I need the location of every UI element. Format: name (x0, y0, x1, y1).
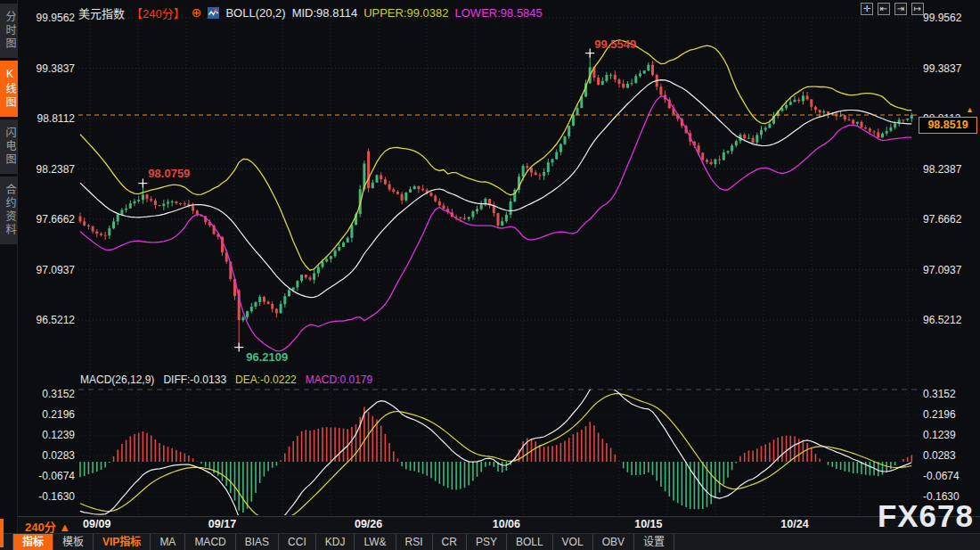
bottom-toolbar: 指标模板VIP指标MAMACDBIASCCIKDJLW&RSICRPSYBOLL… (0, 533, 980, 550)
boll-mid-value: MID:98.8114 (292, 6, 357, 20)
left-edge-grip[interactable] (0, 519, 4, 547)
price-axis-label-left: 98.2387 (23, 163, 75, 176)
chart-canvas[interactable] (0, 0, 980, 550)
macd-axis-label-right: 0.2196 (923, 408, 956, 421)
period-arrow-icon: ▲ (59, 521, 70, 534)
toolbar-item-VOL[interactable]: VOL (553, 534, 593, 550)
macd-axis-label-left: -0.1630 (23, 490, 75, 503)
last-price-tag: 98.8519 (919, 117, 977, 134)
price-axis-label-left: 96.5212 (23, 314, 75, 326)
scroll-right-icon[interactable]: ⇥ (894, 3, 907, 15)
price-axis-label-right: 99.3837 (923, 62, 961, 75)
window-controls: ✛⇤⇥↦ (861, 3, 924, 15)
chart-header: 美元指数 【240分】 ⊕ BOLL(20,2) MID:98.8114 UPP… (78, 4, 543, 21)
macd-header: MACD(26,12,9) DIFF:-0.0133 DEA:-0.0222 M… (80, 374, 372, 386)
toolbar-item-BIAS[interactable]: BIAS (236, 534, 279, 550)
macd-axis-label-left: 0.3152 (23, 388, 75, 400)
sidebar-tab-contract-info[interactable]: 合约资料 (0, 176, 18, 244)
x-axis-date: 09/09 (78, 518, 117, 530)
price-axis-label-right: 97.6662 (923, 213, 961, 226)
toolbar-item-CCI[interactable]: CCI (279, 534, 316, 550)
macd-axis-label-left: 0.1239 (23, 429, 75, 441)
price-axis-label-right: 99.9562 (923, 12, 961, 24)
toolbar-item-MACD[interactable]: MACD (185, 534, 235, 550)
price-axis-label-right: 98.2387 (923, 163, 961, 176)
link-icon[interactable]: ⊕ (192, 7, 202, 19)
crosshair-icon[interactable]: ✛ (861, 3, 873, 15)
macd-axis-label-left: 0.2196 (23, 408, 75, 421)
price-axis-label-left: 97.0937 (23, 264, 75, 276)
macd-axis-label-right: 0.1239 (923, 429, 956, 441)
sidebar-tab-minute-chart[interactable]: 分时图 (0, 4, 18, 58)
price-axis-label-right: 96.5212 (923, 314, 961, 326)
sidebar-tab-flash-chart[interactable]: 闪电图 (0, 119, 18, 174)
mini-kline-icon (208, 7, 219, 19)
macd-diff-value: DIFF:-0.0133 (163, 374, 226, 386)
annotation-low: 96.2109 (246, 350, 288, 364)
x-axis-date: 10/24 (775, 518, 814, 530)
app-root: 分时图K线图闪电图合约资料 美元指数 【240分】 ⊕ BOLL(20,2) M… (0, 0, 980, 550)
toolbar-item-指标[interactable]: 指标 (12, 534, 53, 550)
toolbar-item-CR[interactable]: CR (433, 534, 467, 550)
x-axis-date: 09/17 (202, 518, 241, 530)
macd-axis-label-left: -0.0674 (23, 470, 75, 482)
symbol-title: 美元指数 (78, 4, 125, 21)
toolbar-item-模板[interactable]: 模板 (53, 534, 94, 550)
sidebar-tab-kline-chart[interactable]: K线图 (0, 61, 18, 117)
boll-upper-value: UPPER:99.0382 (363, 6, 448, 20)
macd-axis-label-right: -0.0674 (923, 470, 960, 482)
toolbar-item-MA[interactable]: MA (151, 534, 185, 550)
sidebar: 分时图K线图闪电图合约资料 (0, 0, 18, 550)
macd-macd-value: MACD:0.0179 (306, 374, 372, 386)
toolbar-item-BOLL[interactable]: BOLL (507, 534, 553, 550)
jump-latest-icon[interactable]: ↦ (911, 3, 924, 15)
annotation-swing-high: 98.0759 (148, 167, 190, 180)
price-axis-label-left: 97.6662 (23, 213, 75, 226)
macd-axis-label-left: 0.0283 (23, 449, 75, 462)
price-axis-label-left: 99.9562 (23, 12, 75, 24)
macd-axis-label-right: 0.0283 (923, 449, 956, 462)
macd-dea-value: DEA:-0.0222 (235, 374, 297, 386)
toolbar-item-KDJ[interactable]: KDJ (316, 534, 355, 550)
x-axis-date: 09/26 (349, 518, 388, 530)
toolbar-item-OBV[interactable]: OBV (593, 534, 634, 550)
macd-formula: MACD(26,12,9) (80, 374, 154, 386)
toolbar-item-LW&[interactable]: LW& (355, 534, 396, 550)
boll-label: BOLL(20,2) (225, 6, 285, 20)
price-axis-label-right: 97.0937 (923, 264, 961, 276)
price-axis-label-left: 99.3837 (23, 62, 75, 75)
period-text: 240分 (25, 521, 56, 534)
toolbar-item-VIP指标[interactable]: VIP指标 (94, 534, 151, 550)
annotation-high: 99.5549 (594, 37, 636, 51)
price-axis-label-left: 98.8112 (23, 112, 75, 125)
scroll-left-icon[interactable]: ⇤ (878, 3, 890, 15)
toolbar-item-PSY[interactable]: PSY (467, 534, 507, 550)
boll-lower-value: LOWER:98.5845 (455, 6, 543, 20)
x-axis-date: 10/06 (486, 518, 526, 530)
last-price-arrow-icon: ▲ (966, 105, 974, 114)
macd-axis-label-right: 0.3152 (923, 388, 956, 400)
toolbar-item-设置[interactable]: 设置 (634, 534, 674, 550)
period-label: 【240分】 (131, 4, 185, 21)
x-axis-date: 10/15 (629, 518, 668, 530)
toolbar-item-RSI[interactable]: RSI (396, 534, 433, 550)
watermark-logo: FX678 (878, 499, 974, 533)
